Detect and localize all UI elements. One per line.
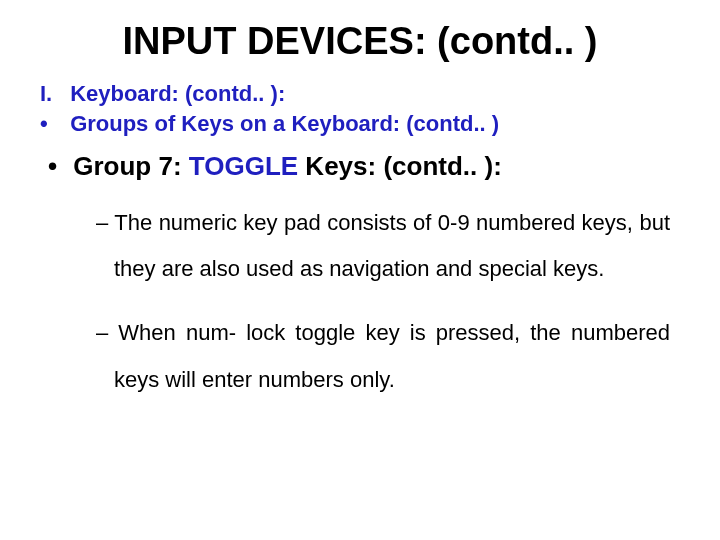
bullet-dot: • [40, 111, 64, 137]
section-roman-line: I. Keyboard: (contd.. ): [40, 81, 680, 107]
group-7-prefix: Group 7: [73, 151, 181, 181]
section-groups-line: • Groups of Keys on a Keyboard: (contd..… [40, 111, 680, 137]
groups-of-keys-label: Groups of Keys on a Keyboard: (contd.. ) [70, 111, 499, 136]
sub-bullet-list: – The numeric key pad consists of 0-9 nu… [40, 200, 680, 403]
sub-bullet-2: – When num- lock toggle key is pressed, … [96, 310, 670, 402]
group-7-suffix: Keys: (contd.. ): [305, 151, 501, 181]
bullet-dot: • [48, 151, 66, 182]
toggle-word: TOGGLE [189, 151, 298, 181]
group-7-heading: • Group 7: TOGGLE Keys: (contd.. ): [40, 151, 680, 182]
roman-numeral: I. [40, 81, 64, 107]
slide-title: INPUT DEVICES: (contd.. ) [40, 20, 680, 63]
sub-bullet-1: – The numeric key pad consists of 0-9 nu… [96, 200, 670, 292]
keyboard-contd-label: Keyboard: (contd.. ): [70, 81, 285, 106]
